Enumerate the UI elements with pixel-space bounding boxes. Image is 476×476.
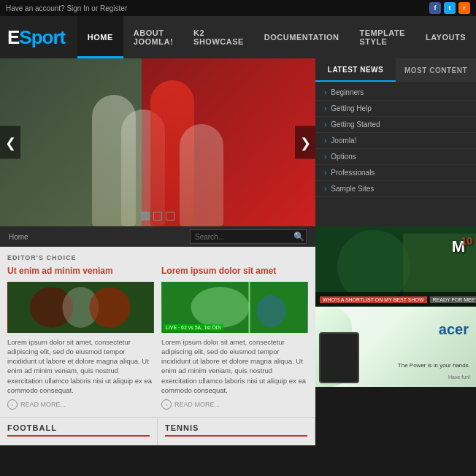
news-item-joomla[interactable]: › Joomla! (315, 133, 476, 149)
news-item-sample-sites[interactable]: › Sample Sites (315, 181, 476, 197)
breadcrumb-home[interactable]: Home (9, 233, 28, 241)
slider-dot-1[interactable] (141, 212, 150, 220)
badge-text-2: READY FOR MEETING WITH (430, 296, 476, 303)
slider-dot-3[interactable] (166, 212, 174, 220)
news-item-label-2: Getting Help (331, 104, 372, 112)
nav-layouts[interactable]: LAYOUTS (415, 16, 476, 58)
nav-docs[interactable]: DOCUMENTATION (254, 16, 350, 58)
article-card-2: Lorem ipsum dolor sit amet LIVE · 62 vs … (161, 266, 308, 410)
logo: ESport (0, 16, 77, 58)
read-more-icon-1: › (7, 399, 18, 410)
article-text-2: Lorem ipsum dolor sit amet, consectetur … (161, 337, 308, 396)
news-item-label-6: Professionals (331, 169, 375, 177)
slider-figures (0, 58, 315, 226)
acer-ad-block: acer The Power is in your hands. Have fu… (315, 307, 476, 387)
video-block: M 10 ▶ WHO'S A SHORTLIST ON MY BEST SHOW… (315, 226, 476, 307)
football-card: FOOTBALL (0, 418, 158, 445)
account-text: Have an account? (6, 4, 65, 12)
tennis-title: TENNIS (165, 423, 307, 437)
signin-link[interactable]: Sign In (66, 4, 89, 12)
article-title-1[interactable]: Ut enim ad minim veniam (7, 266, 154, 277)
acer-slogan: Have fun! (448, 375, 470, 380)
logo-e: E (7, 26, 19, 49)
news-item-label-1: Beginners (331, 88, 364, 96)
header: ESport HOME ABOUT JOOMLA! K2 SHOWCASE DO… (0, 16, 476, 58)
news-item-options[interactable]: › Options (315, 149, 476, 165)
article-text-1: Lorem ipsum dolor sit amet, consectetur … (7, 337, 154, 396)
top-bar: Have an account? Sign In or Register f t… (0, 0, 476, 16)
nav-template[interactable]: TEMPLATE STYLE (349, 16, 415, 58)
news-item-label-7: Sample Sites (331, 185, 374, 193)
video-thumbnail: M 10 ▶ WHO'S A SHORTLIST ON MY BEST SHOW… (315, 226, 476, 307)
logo-sport: Sport (19, 26, 65, 49)
svg-rect-4 (8, 282, 154, 333)
tab-latest-news[interactable]: LATEST NEWS (315, 58, 396, 82)
news-tabs: LATEST NEWS MOST CONTENT (315, 58, 476, 82)
article-title-2[interactable]: Lorem ipsum dolor sit amet (161, 266, 308, 277)
football-title: FOOTBALL (7, 423, 150, 437)
news-item-getting-started[interactable]: › Getting Started (315, 117, 476, 133)
nav-home[interactable]: HOME (77, 16, 123, 58)
news-item-beginners[interactable]: › Beginners (315, 85, 476, 101)
editors-choice-label: EDITOR'S CHOICE (7, 254, 308, 261)
chevron-icon-5: › (324, 153, 326, 161)
read-more-label-2: READ MORE... (174, 401, 220, 408)
news-item-professionals[interactable]: › Professionals (315, 165, 476, 181)
acer-advertisement: acer The Power is in your hands. Have fu… (315, 307, 476, 387)
bottom-row: FOOTBALL TENNIS (0, 417, 315, 445)
news-item-label-3: Getting Started (331, 120, 380, 128)
article-card-1: Ut enim ad minim veniam Lorem ipsum dolo… (7, 266, 154, 410)
slider: ❮ ❯ (0, 58, 315, 226)
rss-icon[interactable]: r (458, 2, 470, 14)
search-bar: 🔍 (190, 229, 307, 244)
slider-background (0, 58, 315, 226)
badge-text-1: WHO'S A SHORTLIST ON MY BEST SHOW (320, 296, 427, 303)
register-link[interactable]: Register (100, 4, 127, 12)
news-item-getting-help[interactable]: › Getting Help (315, 101, 476, 117)
search-button[interactable]: 🔍 (292, 229, 306, 244)
account-area: Have an account? Sign In or Register (6, 4, 127, 12)
acer-tablet-image (319, 332, 359, 383)
left-side: ❮ ❯ Home 🔍 EDITOR'S CHOICE Ut enim ad mi… (0, 58, 315, 476)
news-item-label-4: Joomla! (331, 137, 356, 145)
news-item-label-5: Options (331, 153, 356, 161)
breadcrumb: Home 🔍 (0, 226, 315, 247)
news-panel: LATEST NEWS MOST CONTENT › Beginners › G… (315, 58, 476, 226)
tab-most-content[interactable]: MOST CONTENT (396, 58, 476, 82)
chevron-icon-3: › (324, 120, 326, 128)
right-side: LATEST NEWS MOST CONTENT › Beginners › G… (315, 58, 476, 476)
articles-grid: Ut enim ad minim veniam Lorem ipsum dolo… (7, 266, 308, 410)
chevron-icon-7: › (324, 185, 326, 193)
or-text: or (91, 4, 98, 12)
slider-dot-2[interactable] (153, 212, 162, 220)
main-content: ❮ ❯ Home 🔍 EDITOR'S CHOICE Ut enim ad mi… (0, 58, 476, 476)
acer-logo: acer (439, 321, 469, 338)
chevron-icon-6: › (324, 169, 326, 177)
video-badge: WHO'S A SHORTLIST ON MY BEST SHOW READY … (315, 292, 476, 307)
tennis-card: TENNIS (158, 418, 315, 445)
social-icons: f t r (429, 2, 470, 14)
twitter-icon[interactable]: t (444, 2, 456, 14)
facebook-icon[interactable]: f (429, 2, 441, 14)
video-title-accent: 10 (461, 235, 472, 247)
nav-about[interactable]: ABOUT JOOMLA! (123, 16, 183, 58)
read-more-button-2[interactable]: › READ MORE... (161, 399, 308, 410)
chevron-icon-4: › (324, 137, 326, 145)
articles-area: EDITOR'S CHOICE Ut enim ad minim veniam (0, 247, 315, 417)
acer-tagline: The Power is in your hands. (398, 362, 470, 369)
player-figure-4 (180, 124, 223, 226)
nav-k2[interactable]: K2 SHOWCASE (183, 16, 254, 58)
article-image-2: LIVE · 62 vs 5A, 1st ODI (161, 282, 308, 333)
chevron-icon-2: › (324, 104, 326, 112)
read-more-icon-2: › (161, 399, 172, 410)
read-more-button-1[interactable]: › READ MORE... (7, 399, 154, 410)
slider-dots (141, 212, 174, 220)
article-image-1 (7, 282, 154, 333)
read-more-label-1: READ MORE... (20, 401, 66, 408)
search-input[interactable] (191, 233, 292, 241)
article-live-label: LIVE · 62 vs 5A, 1st ODI (164, 324, 223, 331)
news-list: › Beginners › Getting Help › Getting Sta… (315, 82, 476, 200)
slider-prev-button[interactable]: ❮ (0, 126, 20, 159)
chevron-icon-1: › (324, 88, 326, 96)
slider-next-button[interactable]: ❯ (295, 126, 315, 159)
